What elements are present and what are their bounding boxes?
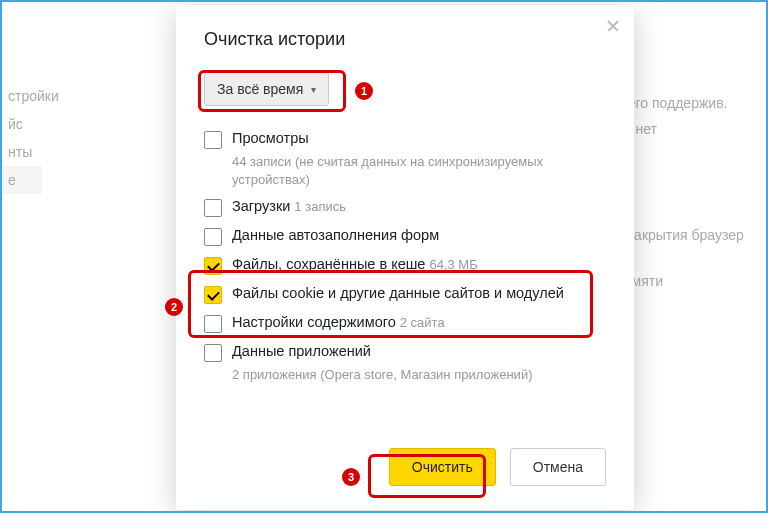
option-subline: 2 приложения (Opera store, Магазин прило… bbox=[232, 366, 606, 384]
option-autofill: Данные автозаполнения форм bbox=[204, 227, 606, 246]
time-range-dropdown[interactable]: За всё время ▾ bbox=[204, 72, 329, 106]
clear-button[interactable]: Очистить bbox=[389, 448, 496, 486]
annotation-badge-3: 3 bbox=[342, 468, 360, 486]
option-content: Настройки содержимого2 сайта bbox=[204, 314, 606, 333]
option-sub: 64,3 МБ bbox=[429, 257, 477, 272]
option-downloads: Загрузки1 запись bbox=[204, 198, 606, 217]
checkbox-downloads[interactable] bbox=[204, 199, 222, 217]
checkbox-cookies[interactable] bbox=[204, 286, 222, 304]
dialog-buttons: Очистить Отмена bbox=[389, 448, 606, 486]
option-sub: 1 запись bbox=[294, 199, 346, 214]
option-label: Просмотры bbox=[232, 130, 309, 146]
checkbox-views[interactable] bbox=[204, 131, 222, 149]
cancel-button[interactable]: Отмена bbox=[510, 448, 606, 486]
option-sub: 2 сайта bbox=[400, 315, 445, 330]
option-subline: 44 записи (не считая данных на синхрониз… bbox=[232, 153, 606, 188]
background-right-text: и его поддержив. её нет е закрытия брауз… bbox=[616, 2, 766, 294]
checkbox-content[interactable] bbox=[204, 315, 222, 333]
checkbox-appdata[interactable] bbox=[204, 344, 222, 362]
option-views: Просмотры bbox=[204, 130, 606, 149]
options-list: Просмотры44 записи (не считая данных на … bbox=[204, 130, 606, 384]
background-sidebar: стройки йс нты е bbox=[2, 82, 42, 194]
option-cache: Файлы, сохранённые в кеше64,3 МБ bbox=[204, 256, 606, 275]
clear-history-dialog: Очистка истории За всё время ▾ Просмотры… bbox=[176, 5, 634, 510]
option-label: Файлы, сохранённые в кеше bbox=[232, 256, 425, 272]
option-label: Загрузки bbox=[232, 198, 290, 214]
option-cookies: Файлы cookie и другие данные сайтов и мо… bbox=[204, 285, 606, 304]
checkbox-cache[interactable] bbox=[204, 257, 222, 275]
dialog-title: Очистка истории bbox=[204, 29, 606, 50]
option-label: Данные приложений bbox=[232, 343, 371, 359]
checkbox-autofill[interactable] bbox=[204, 228, 222, 246]
option-label: Настройки содержимого bbox=[232, 314, 396, 330]
option-label: Данные автозаполнения форм bbox=[232, 227, 439, 243]
option-appdata: Данные приложений bbox=[204, 343, 606, 362]
option-label: Файлы cookie и другие данные сайтов и мо… bbox=[232, 285, 564, 301]
annotation-badge-2: 2 bbox=[165, 298, 183, 316]
chevron-down-icon: ▾ bbox=[311, 84, 316, 95]
annotation-badge-1: 1 bbox=[355, 82, 373, 100]
time-range-value: За всё время bbox=[217, 81, 303, 97]
close-icon[interactable] bbox=[606, 19, 620, 33]
